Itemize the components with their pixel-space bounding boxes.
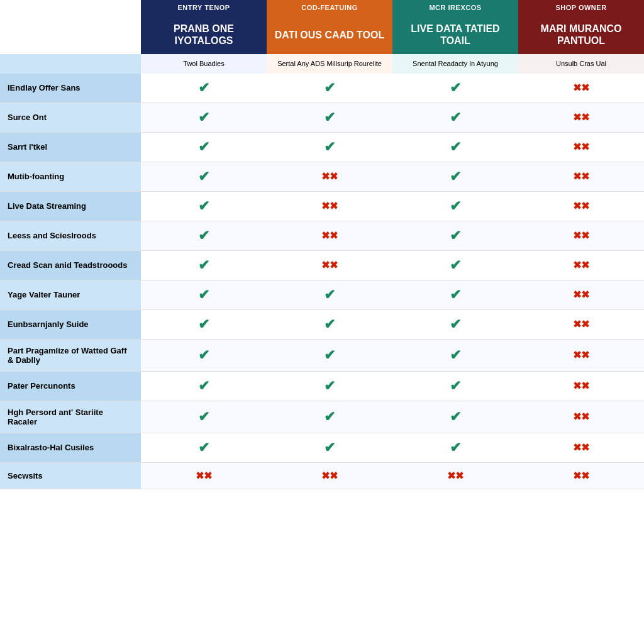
cross-icon: ✖✖ <box>267 162 392 191</box>
cross-icon: ✖✖ <box>518 191 644 221</box>
plan-name-1: PRANB ONE IYOTALOGS <box>141 15 267 54</box>
cross-icon: ✖✖ <box>518 74 644 103</box>
check-icon: ✔ <box>392 191 518 221</box>
check-icon: ✔ <box>392 74 518 103</box>
feature-name: IEndlay Offer Sans <box>0 74 141 103</box>
cross-icon: ✖✖ <box>392 462 518 489</box>
check-icon: ✔ <box>267 74 392 103</box>
cross-icon: ✖✖ <box>518 103 644 132</box>
feature-row: Cread Scan anid Teadstrooods✔✖✖✔✖✖ <box>0 250 644 280</box>
cross-icon: ✖✖ <box>518 221 644 250</box>
feature-col-header <box>0 0 141 15</box>
feature-name: Live Data Streaming <box>0 191 141 221</box>
check-icon: ✔ <box>267 433 392 462</box>
check-icon: ✔ <box>141 371 267 401</box>
check-icon: ✔ <box>392 309 518 339</box>
feature-name: Bixalrasto-Hal Cusiles <box>0 433 141 462</box>
check-icon: ✔ <box>392 433 518 462</box>
feature-name: Secwsits <box>0 462 141 489</box>
plan-name-4: MARI MURANCO PANTUOL <box>518 15 644 54</box>
check-icon: ✔ <box>267 132 392 162</box>
feature-row: Secwsits✖✖✖✖✖✖✖✖ <box>0 462 644 489</box>
check-icon: ✔ <box>141 250 267 280</box>
feature-row: Leess and Scieslroods✔✖✖✔✖✖ <box>0 221 644 250</box>
tier-label-3: MCR IREXCOS <box>392 0 518 15</box>
check-icon: ✔ <box>267 103 392 132</box>
feature-row: Mutib-foanting✔✖✖✔✖✖ <box>0 162 644 191</box>
check-icon: ✔ <box>392 250 518 280</box>
tier-header-row: ENTRY TENOP COD-FEATUING MCR IREXCOS SHO… <box>0 0 644 15</box>
check-icon: ✔ <box>141 221 267 250</box>
tier-label-1: ENTRY TENOP <box>141 0 267 15</box>
subtitle-row: Twol Buadies Sertal Any ADS Millsurip Ro… <box>0 54 644 73</box>
check-icon: ✔ <box>392 339 518 371</box>
check-icon: ✔ <box>141 103 267 132</box>
cross-icon: ✖✖ <box>267 191 392 221</box>
cross-icon: ✖✖ <box>518 162 644 191</box>
check-icon: ✔ <box>267 401 392 433</box>
plan-name-row: PRANB ONE IYOTALOGS DATI OUS CAAD TOOL L… <box>0 15 644 54</box>
subtitle-feature <box>0 54 141 73</box>
feature-name: Yage Valter Tauner <box>0 280 141 309</box>
check-icon: ✔ <box>267 309 392 339</box>
feature-name: Leess and Scieslroods <box>0 221 141 250</box>
feature-row: Surce Ont✔✔✔✖✖ <box>0 103 644 132</box>
cross-icon: ✖✖ <box>518 371 644 401</box>
check-icon: ✔ <box>267 339 392 371</box>
tier-label-2: COD-FEATUING <box>267 0 392 15</box>
check-icon: ✔ <box>267 371 392 401</box>
subtitle-4: Unsulb Cras Ual <box>518 54 644 73</box>
feature-name: Part Pragamlize of Watted Gaff & Dablly <box>0 339 141 371</box>
check-icon: ✔ <box>392 162 518 191</box>
check-icon: ✔ <box>392 280 518 309</box>
cross-icon: ✖✖ <box>267 250 392 280</box>
cross-icon: ✖✖ <box>518 309 644 339</box>
feature-name: Cread Scan anid Teadstrooods <box>0 250 141 280</box>
check-icon: ✔ <box>141 339 267 371</box>
cross-icon: ✖✖ <box>267 462 392 489</box>
subtitle-3: Snental Readacty In Atyung <box>392 54 518 73</box>
check-icon: ✔ <box>392 132 518 162</box>
feature-row: Sarrt i'tkel✔✔✔✖✖ <box>0 132 644 162</box>
feature-name: Eunbsarnjanly Suide <box>0 309 141 339</box>
cross-icon: ✖✖ <box>141 462 267 489</box>
plan-name-feature-col <box>0 15 141 54</box>
check-icon: ✔ <box>392 103 518 132</box>
cross-icon: ✖✖ <box>518 132 644 162</box>
check-icon: ✔ <box>141 433 267 462</box>
feature-name: Hgh Persord ant' Stariite Racaler <box>0 401 141 433</box>
check-icon: ✔ <box>392 401 518 433</box>
comparison-table: ENTRY TENOP COD-FEATUING MCR IREXCOS SHO… <box>0 0 644 489</box>
feature-name: Mutib-foanting <box>0 162 141 191</box>
check-icon: ✔ <box>141 132 267 162</box>
feature-row: Live Data Streaming✔✖✖✔✖✖ <box>0 191 644 221</box>
check-icon: ✔ <box>141 309 267 339</box>
check-icon: ✔ <box>141 401 267 433</box>
feature-row: Eunbsarnjanly Suide✔✔✔✖✖ <box>0 309 644 339</box>
check-icon: ✔ <box>392 221 518 250</box>
cross-icon: ✖✖ <box>518 462 644 489</box>
cross-icon: ✖✖ <box>518 280 644 309</box>
cross-icon: ✖✖ <box>518 401 644 433</box>
check-icon: ✔ <box>141 74 267 103</box>
check-icon: ✔ <box>141 162 267 191</box>
subtitle-2: Sertal Any ADS Millsurip Rourelite <box>267 54 392 73</box>
feature-row: Hgh Persord ant' Stariite Racaler✔✔✔✖✖ <box>0 401 644 433</box>
table-body: Twol Buadies Sertal Any ADS Millsurip Ro… <box>0 54 644 489</box>
feature-name: Sarrt i'tkel <box>0 132 141 162</box>
check-icon: ✔ <box>267 280 392 309</box>
cross-icon: ✖✖ <box>267 221 392 250</box>
cross-icon: ✖✖ <box>518 433 644 462</box>
feature-row: Pater Percunonts✔✔✔✖✖ <box>0 371 644 401</box>
feature-row: Part Pragamlize of Watted Gaff & Dablly✔… <box>0 339 644 371</box>
cross-icon: ✖✖ <box>518 250 644 280</box>
feature-row: IEndlay Offer Sans✔✔✔✖✖ <box>0 74 644 103</box>
tier-label-4: SHOP OWNER <box>518 0 644 15</box>
cross-icon: ✖✖ <box>518 339 644 371</box>
subtitle-1: Twol Buadies <box>141 54 267 73</box>
check-icon: ✔ <box>141 280 267 309</box>
plan-name-3: LIVE DATA TATIED TOAIL <box>392 15 518 54</box>
check-icon: ✔ <box>141 191 267 221</box>
feature-name: Surce Ont <box>0 103 141 132</box>
feature-row: Bixalrasto-Hal Cusiles✔✔✔✖✖ <box>0 433 644 462</box>
